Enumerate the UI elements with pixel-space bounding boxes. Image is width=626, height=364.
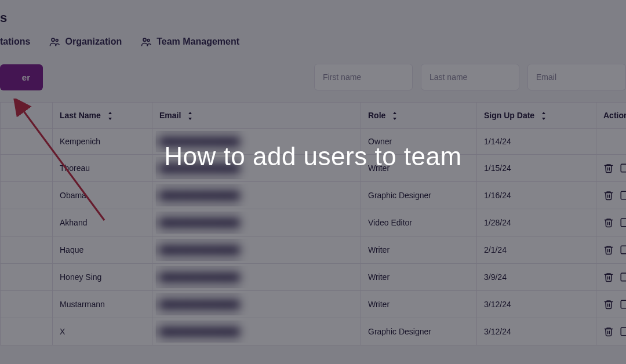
cell-role: Writer — [361, 155, 477, 182]
table-header-row: Last Name Email Role — [1, 103, 627, 129]
cell-actions — [596, 264, 627, 291]
svg-rect-6 — [621, 219, 626, 227]
page-root: s tations Organization Team Management e… — [0, 0, 626, 364]
edit-icon[interactable] — [620, 190, 626, 201]
edit-icon[interactable] — [620, 217, 626, 228]
cell-first-name — [1, 291, 53, 318]
col-email[interactable]: Email — [152, 103, 361, 129]
table-row: X██████████████Graphic Designer3/12/24 — [1, 318, 627, 345]
svg-point-2 — [143, 38, 146, 41]
cell-sign-up-date: 3/12/24 — [477, 318, 596, 345]
cell-actions — [596, 155, 627, 182]
cell-actions — [596, 129, 627, 155]
col-last-name[interactable]: Last Name — [53, 103, 152, 129]
edit-icon[interactable] — [620, 245, 626, 255]
cell-sign-up-date: 1/16/24 — [477, 182, 596, 209]
svg-rect-8 — [621, 274, 626, 282]
filter-first-name-input[interactable] — [314, 64, 413, 90]
svg-rect-9 — [621, 301, 626, 309]
people-icon — [49, 36, 60, 48]
filter-last-name-input[interactable] — [421, 64, 519, 90]
cell-role: Writer — [361, 291, 477, 318]
cell-first-name — [1, 264, 53, 291]
col-actions: Action — [596, 103, 627, 129]
table-body: Kempenich██████████████Owner1/14/24Thore… — [1, 129, 627, 345]
cell-last-name: X — [53, 318, 152, 345]
cell-last-name: Obama — [53, 182, 152, 209]
cell-role: Graphic Designer — [361, 318, 477, 345]
cell-first-name — [1, 182, 53, 209]
cell-role: Writer — [361, 236, 477, 264]
col-label: Sign Up Date — [484, 111, 534, 120]
cell-first-name — [1, 129, 53, 155]
edit-icon[interactable] — [620, 326, 626, 337]
cell-sign-up-date: 3/12/24 — [477, 291, 596, 318]
cell-role: Owner — [361, 129, 477, 155]
col-role[interactable]: Role — [361, 103, 477, 129]
cell-actions — [596, 236, 627, 264]
tab-label: tations — [0, 37, 30, 47]
table-row: Obama██████████████Graphic Designer1/16/… — [1, 182, 627, 209]
sort-icon — [107, 112, 114, 120]
svg-point-1 — [56, 39, 59, 42]
cell-role: Video Editor — [361, 209, 477, 236]
delete-icon[interactable] — [603, 190, 614, 201]
edit-icon[interactable] — [620, 272, 626, 282]
cell-role: Graphic Designer — [361, 182, 477, 209]
cell-last-name: Honey Sing — [53, 264, 152, 291]
cell-first-name — [1, 155, 53, 182]
filter-email-input[interactable] — [527, 64, 626, 90]
svg-point-0 — [52, 38, 54, 41]
delete-icon[interactable] — [603, 299, 614, 310]
tab-label: Team Management — [156, 37, 239, 47]
cell-last-name: Mustarmann — [53, 291, 152, 318]
col-label: Email — [159, 111, 181, 120]
add-user-button[interactable]: er — [0, 64, 43, 90]
tab-organization[interactable]: Organization — [49, 36, 122, 48]
cell-actions — [596, 182, 627, 209]
cell-email: ██████████████ — [152, 182, 361, 209]
table-row: Kempenich██████████████Owner1/14/24 — [1, 129, 627, 155]
edit-icon[interactable] — [620, 163, 626, 173]
cell-last-name: Akhand — [53, 209, 152, 236]
tab-team-management[interactable]: Team Management — [140, 36, 239, 48]
cell-email: ██████████████ — [152, 264, 361, 291]
col-first-name[interactable] — [1, 103, 53, 129]
cell-actions — [596, 318, 627, 345]
cell-first-name — [1, 318, 53, 345]
table-row: Honey Sing██████████████Writer3/9/24 — [1, 264, 627, 291]
filter-group — [314, 64, 626, 90]
cell-role: Writer — [361, 264, 477, 291]
svg-rect-10 — [621, 328, 626, 336]
tab-label: Organization — [65, 37, 122, 47]
delete-icon[interactable] — [603, 217, 614, 228]
page-title: s — [0, 10, 626, 26]
table-row: Thoreau██████████████Writer1/15/24 — [1, 155, 627, 182]
delete-icon[interactable] — [603, 326, 614, 337]
col-label: Last Name — [60, 111, 101, 120]
table-row: Mustarmann██████████████Writer3/12/24 — [1, 291, 627, 318]
tab-invitations[interactable]: tations — [0, 37, 30, 47]
cell-email: ██████████████ — [152, 209, 361, 236]
delete-icon[interactable] — [603, 163, 614, 173]
cell-email: ██████████████ — [152, 291, 361, 318]
cell-sign-up-date: 1/15/24 — [477, 155, 596, 182]
svg-rect-7 — [621, 246, 626, 254]
header-area: s tations Organization Team Management e… — [0, 0, 626, 90]
cell-actions — [596, 209, 627, 236]
toolbar: er — [0, 64, 626, 90]
edit-icon[interactable] — [620, 299, 626, 310]
users-table: Last Name Email Role — [0, 102, 626, 345]
delete-icon[interactable] — [603, 272, 614, 282]
cell-email: ██████████████ — [152, 129, 361, 155]
tabs: tations Organization Team Management — [0, 36, 626, 48]
col-sign-up-date[interactable]: Sign Up Date — [477, 103, 596, 129]
cell-last-name: Thoreau — [53, 155, 152, 182]
sort-icon — [540, 112, 547, 120]
table-row: Akhand██████████████Video Editor1/28/24 — [1, 209, 627, 236]
cell-sign-up-date: 2/1/24 — [477, 236, 596, 264]
col-label: Action — [603, 111, 626, 120]
delete-icon[interactable] — [603, 245, 614, 255]
cell-email: ██████████████ — [152, 236, 361, 264]
svg-rect-4 — [621, 165, 626, 173]
